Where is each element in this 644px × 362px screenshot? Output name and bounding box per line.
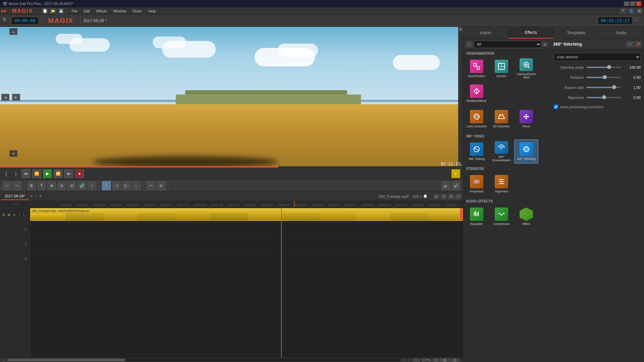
redo-btn[interactable]: ↪ [13,181,21,190]
effect-lens-correction[interactable]: Lens correction [465,107,489,131]
sidebar-toggle-icon[interactable]: ☰ [3,17,10,24]
account-icon[interactable]: 👤 [628,8,635,14]
view-mode-3-btn[interactable]: ⊞ [448,194,454,199]
scrollbar-left-arrow[interactable]: ◁ [1,358,6,362]
effect-camera-zoom[interactable]: Camera/Zoom Shot [514,57,538,81]
effect-alignment[interactable]: Alignment [489,172,514,196]
close-button[interactable]: ✕ [636,1,641,6]
effect-properties[interactable]: Properties [465,172,489,196]
vol-down-btn[interactable]: 🔉 [441,181,450,190]
fullscreen-toggle[interactable]: ⛶ [634,17,641,24]
view-mode-2-btn[interactable]: ⊟ [441,194,447,199]
delete-btn[interactable]: 🗑 [27,181,36,190]
menu-window[interactable]: Window [111,8,129,14]
timeline-path-fwd[interactable]: → [374,194,377,198]
slip-tool[interactable]: ↔ [132,181,141,190]
record-btn[interactable]: ● [75,169,84,178]
trim-right-tool[interactable]: |▷ [122,181,131,190]
bracket-start-btn[interactable]: [ [3,170,10,177]
undo-btn[interactable]: ↩ [3,181,11,190]
cut-tool[interactable]: ✂ [147,181,155,190]
prop-pin-btn[interactable]: 📌 [635,41,641,47]
magnet-btn[interactable]: ⊕ [67,181,76,190]
view-mode-4-btn[interactable]: ≡ [455,194,462,199]
trim-left-tool[interactable]: ◁| [112,181,121,190]
text-btn[interactable]: T [37,181,46,190]
scrollbar-track[interactable] [7,359,401,361]
menu-file[interactable]: File [69,8,80,14]
next-btn[interactable]: ⏩ [54,169,62,178]
preview-progress-track[interactable] [0,166,463,168]
preview-nav-down[interactable]: ▼ [9,150,17,157]
minimize-button[interactable]: — [624,1,629,6]
timeline-tab[interactable]: 2017-09-28* [1,193,29,200]
effect-360-editing[interactable]: 360° Editing [465,139,489,164]
effect-360-stitching[interactable]: 360° Stitching [514,139,538,164]
menu-effects[interactable]: Effects [93,8,110,14]
help-icon[interactable]: ? [620,8,627,14]
preview-nav-right[interactable]: ▶ [12,94,20,101]
insert-tool[interactable]: ⊕ [157,181,165,190]
effect-3d-distortion[interactable]: 3D distortion [489,107,514,131]
effect-compressor[interactable]: Compressor [489,204,514,229]
tab-templates[interactable]: Templates [554,27,599,39]
group-btn[interactable]: ⊞ [57,181,66,190]
ruler-scroll-right[interactable]: ▷ [15,202,18,206]
timeline-tab-add[interactable]: + [36,194,38,198]
effect-equalizer[interactable]: Equalizer [465,204,489,229]
effect-section[interactable]: Section [489,57,514,81]
view-mode-1-btn[interactable]: ⊞ [433,194,439,199]
track-split-btn[interactable]: ↕ [17,213,22,217]
alignment-slider[interactable] [587,97,621,98]
effect-audio-effect[interactable]: Effect [514,204,538,229]
tab-import[interactable]: Import [463,27,508,39]
timeline-dropdown[interactable]: ▾ [40,194,42,198]
prop-collapse-btn[interactable]: ▾ [627,41,633,47]
area-preserving-checkbox[interactable] [554,105,558,109]
effect-move[interactable]: Move [514,107,538,131]
track-m-btn[interactable]: M [7,213,11,217]
settings-icon[interactable]: ⚙ [636,8,643,14]
track-s-btn[interactable]: S [1,213,6,217]
timeline-path-back[interactable]: ← [369,194,373,198]
menu-edit[interactable]: Edit [81,8,93,14]
timecode-left[interactable]: 00:00:00 [11,17,39,24]
open-file-icon[interactable]: 📂 [50,8,56,14]
vol-up-btn[interactable]: 🔊 [451,181,460,190]
link-btn[interactable]: 🔗 [77,181,86,190]
menu-share[interactable]: Share [130,8,145,14]
aspect-ratio-slider[interactable] [587,87,621,88]
play-btn[interactable]: ▶ [43,169,52,178]
area-preserving-label[interactable]: Area-preserving correction [560,105,604,109]
tab-effects[interactable]: Effects [508,27,554,39]
yellow-live-btn[interactable]: ⚡ [451,169,460,178]
track-fx-btn[interactable]: ⊕ [12,213,17,217]
timeline-tab-close[interactable]: ✕ [30,194,33,198]
new-file-icon[interactable]: 📄 [42,8,48,14]
effects-filter-select[interactable]: All [474,41,541,48]
preview-scroll-up[interactable]: ▲ [458,27,463,32]
bracket-end-btn[interactable]: ] [12,170,19,177]
tab-audio[interactable]: Audio [599,27,644,39]
menu-help[interactable]: Help [146,8,159,14]
effect-rotation-mirror[interactable]: Rotation/Mirror [465,81,489,106]
ruler-scroll-left[interactable]: ◁ [12,202,15,206]
rotation-slider[interactable] [587,77,621,78]
video-clip[interactable]: 360_Footage.mp4 · MxVfx360Stitching.vsx [30,208,463,221]
effect-size-position[interactable]: Size/Position [465,57,489,81]
preset-select[interactable]: User-definedDefault [554,53,641,61]
effects-grid-scroll[interactable]: View/Animation Size/Position [463,50,550,362]
effects-scroll-up[interactable]: ▲ [543,42,547,47]
opening-angle-slider[interactable] [587,67,621,68]
curve-btn[interactable]: ∿ [88,181,96,190]
save-file-icon[interactable]: 💾 [58,8,64,14]
effect-360-scenerotation[interactable]: 360° Scenerotation [489,139,514,164]
scrollbar-thumb[interactable] [7,359,125,361]
scrollbar-right-arrow[interactable]: ▷ [402,358,407,362]
prev-start-btn[interactable]: ⏮ [21,169,30,178]
marker-btn[interactable]: ■ [47,181,56,190]
maximize-button[interactable]: □ [630,1,635,6]
preview-nav-left[interactable]: ◀ [1,94,9,101]
preview-nav-up[interactable]: ▲ [9,28,17,35]
prev-btn[interactable]: ⏪ [32,169,41,178]
